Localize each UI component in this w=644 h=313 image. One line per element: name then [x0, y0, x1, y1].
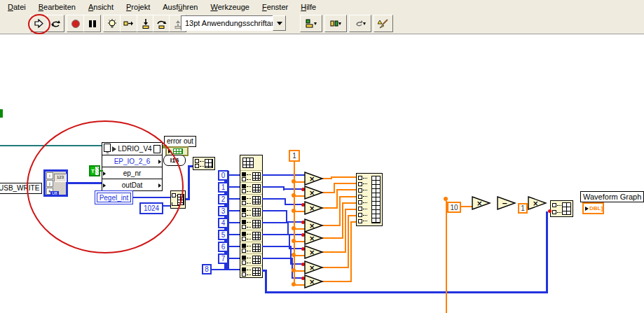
multiply-node[interactable]: × — [304, 201, 324, 216]
index-array-row[interactable] — [240, 182, 262, 194]
index-array-row[interactable] — [240, 218, 262, 230]
index-array-row[interactable] — [240, 194, 262, 206]
wire-segment[interactable] — [348, 216, 349, 268]
run-button[interactable] — [30, 15, 48, 32]
build-array-input-row[interactable] — [358, 207, 367, 211]
wire-segment[interactable] — [262, 174, 306, 176]
multiply-node[interactable]: × — [304, 186, 324, 201]
constant-10[interactable]: 10 — [447, 202, 461, 213]
wire-segment[interactable] — [331, 176, 356, 178]
wire-segment[interactable] — [262, 186, 285, 188]
wire-segment[interactable] — [322, 281, 352, 282]
index-array-row[interactable] — [240, 230, 262, 242]
decrement-node[interactable]: − — [497, 196, 516, 211]
index-array-row[interactable] — [240, 242, 262, 253]
array-element-value[interactable]: 123 — [54, 174, 67, 182]
wire-segment[interactable] — [336, 189, 356, 190]
build-array-input-row[interactable] — [358, 213, 367, 217]
index-wire[interactable] — [228, 186, 240, 188]
wire-segment[interactable] — [163, 205, 170, 207]
build-array-input-row[interactable] — [358, 200, 367, 204]
menu-fenster[interactable]: Fenster — [256, 1, 294, 13]
multiply-node[interactable]: × — [304, 274, 324, 290]
index-wire[interactable] — [228, 210, 240, 211]
wire-segment[interactable] — [163, 145, 167, 148]
step-over-button[interactable] — [153, 15, 170, 32]
error-out-label[interactable]: error out — [164, 136, 196, 147]
build-array-node-right[interactable] — [550, 200, 573, 217]
index-wire[interactable] — [228, 258, 240, 259]
build-array-node-left[interactable] — [193, 157, 215, 170]
menu-ausfuehren[interactable]: Ausführen — [156, 1, 204, 13]
constant-8[interactable]: 8 — [202, 264, 212, 274]
index-array-row[interactable] — [240, 170, 262, 182]
wire-segment[interactable] — [334, 183, 356, 184]
menu-projekt[interactable]: Projekt — [120, 1, 156, 13]
index-wire[interactable] — [228, 246, 240, 247]
waveform-graph-label[interactable]: Waveform Graph — [580, 191, 644, 202]
align-objects-button[interactable] — [300, 15, 322, 32]
multiply-node[interactable]: × — [528, 196, 547, 211]
wire-segment[interactable] — [446, 201, 447, 313]
wire-segment[interactable] — [265, 291, 548, 293]
distribute-objects-button[interactable] — [324, 15, 347, 32]
subvi-terminal-ep-io[interactable]: EP_IO_2_6 — [102, 155, 162, 167]
build-array-input-row[interactable] — [358, 195, 367, 199]
usb-write-array-constant[interactable]: i j k 123 U8 — [43, 169, 68, 197]
wire-segment[interactable] — [262, 234, 290, 235]
constant-1024[interactable]: 1024 — [139, 202, 163, 214]
build-array-input-row[interactable] — [358, 188, 367, 193]
multiply-node[interactable]: × — [472, 196, 491, 211]
abort-button[interactable] — [67, 15, 84, 32]
array-index-j[interactable]: j — [46, 180, 53, 187]
constant-1[interactable]: 1 — [289, 150, 300, 162]
reorder-button[interactable] — [349, 15, 371, 32]
menu-ansicht[interactable]: Ansicht — [82, 1, 120, 13]
wire-segment[interactable] — [322, 225, 341, 226]
index-constant-4[interactable]: 4 — [218, 218, 228, 228]
index-wire[interactable] — [228, 198, 240, 200]
index-array-row[interactable] — [240, 253, 262, 265]
wire-segment[interactable] — [262, 198, 286, 200]
menu-datei[interactable]: Datei — [1, 1, 32, 13]
menu-werkzeuge[interactable]: Werkzeuge — [204, 1, 255, 13]
pegel-int-terminal[interactable]: Pegel_int — [95, 190, 133, 204]
wire-segment[interactable] — [322, 207, 338, 209]
multiply-node[interactable]: × — [304, 172, 324, 187]
subvi-terminal-outdat[interactable]: outDat — [102, 179, 162, 190]
wire-segment[interactable] — [188, 166, 190, 200]
wire-segment[interactable] — [322, 237, 343, 239]
wire-segment[interactable] — [68, 182, 102, 184]
cleanup-diagram-button[interactable] — [374, 15, 393, 32]
wire-segment[interactable] — [350, 222, 352, 282]
index-constant-5[interactable]: 5 — [218, 230, 228, 240]
highlight-execution-button[interactable] — [103, 15, 121, 32]
wire-segment[interactable] — [336, 190, 338, 209]
wire-segment[interactable] — [265, 270, 267, 293]
boolean-wire-stub[interactable] — [0, 109, 3, 118]
usb-write-label[interactable]: USB_WRITE — [0, 183, 42, 194]
constant-1b[interactable]: 1 — [518, 203, 528, 214]
wire-segment[interactable] — [350, 221, 356, 223]
wire-segment[interactable] — [262, 246, 292, 247]
index-array-node[interactable] — [240, 155, 263, 278]
index-array-row[interactable] — [240, 265, 262, 277]
wire-segment[interactable] — [345, 209, 346, 253]
index-constant-1[interactable]: 1 — [218, 182, 228, 193]
font-selector[interactable]: 13pt Anwendungsschriftart — [181, 15, 277, 31]
index-constant-3[interactable]: 3 — [218, 206, 228, 216]
retain-wire-values-button[interactable] — [120, 15, 137, 32]
waveform-graph-terminal[interactable]: DBL] — [582, 202, 604, 214]
index-constant-7[interactable]: 7 — [218, 253, 228, 264]
step-into-button[interactable] — [137, 15, 154, 32]
font-selector-dropdown[interactable] — [273, 15, 286, 31]
wire-segment[interactable] — [546, 211, 548, 293]
index-wire[interactable] — [228, 174, 240, 176]
menu-hilfe[interactable]: Hilfe — [294, 1, 322, 13]
index-array-row[interactable] — [240, 206, 262, 218]
build-array-node-middle[interactable] — [356, 173, 383, 226]
wire-segment[interactable] — [342, 203, 343, 239]
build-array-input-row[interactable] — [358, 182, 367, 186]
wire-segment[interactable] — [345, 209, 356, 210]
wire-segment[interactable] — [334, 183, 335, 193]
